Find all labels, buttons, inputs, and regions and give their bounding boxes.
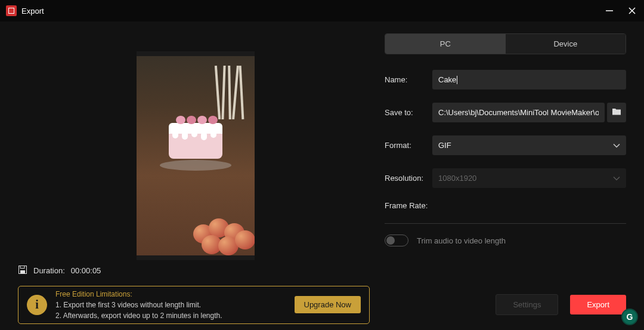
- upgrade-text: Free Edition Limitations: 1. Export the …: [55, 289, 286, 321]
- duration-value: 00:00:05: [71, 266, 101, 275]
- titlebar-left: Export: [6, 5, 44, 16]
- row-trim: Trim audio to video length: [385, 235, 626, 246]
- svg-rect-4: [20, 266, 24, 269]
- upgrade-box: i Free Edition Limitations: 1. Export th…: [18, 286, 370, 324]
- settings-button: Settings: [496, 294, 558, 315]
- saveto-input[interactable]: [432, 103, 605, 122]
- row-resolution: Resolution: 1080x1920: [385, 168, 626, 188]
- preview-column: Duration: 00:00:05: [18, 33, 373, 273]
- framerate-label: Frame Rate:: [385, 201, 438, 210]
- minimize-icon[interactable]: [603, 5, 615, 17]
- upgrade-line1: 1. Export the first 3 videos without len…: [55, 300, 286, 310]
- upgrade-line2: 2. Afterwards, export video up to 2 minu…: [55, 310, 286, 321]
- resolution-select: 1080x1920: [432, 168, 626, 188]
- trim-toggle[interactable]: [385, 235, 408, 246]
- tab-pc[interactable]: PC: [385, 34, 506, 54]
- folder-icon: [612, 107, 621, 118]
- video-preview: [137, 51, 255, 260]
- bottom-bar: i Free Edition Limitations: 1. Export th…: [0, 279, 644, 330]
- upgrade-title: Free Edition Limitations:: [55, 289, 286, 300]
- trim-label: Trim audio to video length: [417, 236, 506, 245]
- app-icon: [6, 5, 17, 16]
- info-icon: i: [27, 295, 47, 315]
- close-icon[interactable]: [626, 5, 638, 17]
- grammarly-icon[interactable]: G: [621, 309, 638, 325]
- row-saveto: Save to:: [385, 103, 626, 122]
- save-icon: [18, 265, 27, 276]
- saveto-label: Save to:: [385, 108, 432, 117]
- export-button[interactable]: Export: [570, 295, 626, 314]
- duration-row: Duration: 00:00:05: [18, 260, 373, 281]
- name-label: Name:: [385, 75, 432, 84]
- window-title: Export: [21, 7, 44, 16]
- form-column: PC Device Name: Cake Save to: Format: GI…: [373, 33, 626, 273]
- titlebar: Export: [0, 0, 644, 21]
- text-cursor: [457, 76, 457, 84]
- export-tabs: PC Device: [385, 33, 626, 54]
- preview-wrap: [18, 33, 373, 260]
- format-select[interactable]: GIF: [432, 135, 626, 155]
- tab-device[interactable]: Device: [506, 34, 626, 54]
- format-label: Format:: [385, 141, 432, 150]
- divider: [385, 223, 626, 224]
- svg-rect-5: [20, 270, 25, 274]
- name-input[interactable]: Cake: [432, 70, 626, 90]
- browse-button[interactable]: [607, 103, 626, 122]
- row-format: Format: GIF: [385, 135, 626, 155]
- main-content: Duration: 00:00:05 PC Device Name: Cake …: [0, 21, 644, 279]
- resolution-label: Resolution:: [385, 174, 432, 183]
- duration-label: Duration:: [33, 266, 65, 275]
- window-controls: [603, 5, 638, 17]
- name-text: Cake: [438, 75, 456, 84]
- upgrade-button[interactable]: Upgrade Now: [295, 296, 361, 313]
- row-framerate: Frame Rate:: [385, 201, 626, 210]
- row-name: Name: Cake: [385, 70, 626, 90]
